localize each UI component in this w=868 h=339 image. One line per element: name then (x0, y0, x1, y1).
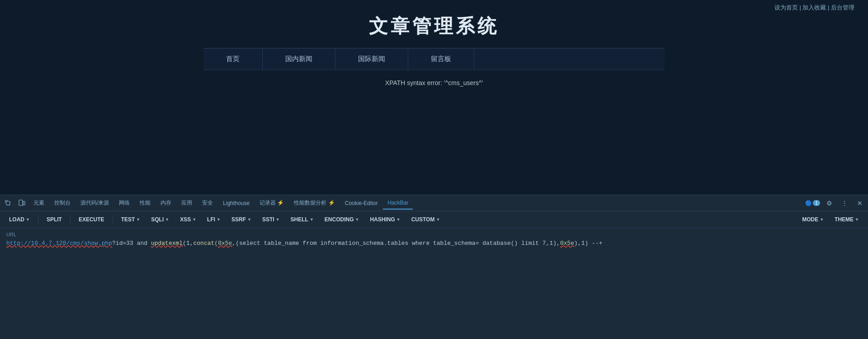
url-concat: concat (193, 240, 215, 247)
custom-arrow: ▼ (436, 217, 440, 222)
load-button[interactable]: LOAD ▼ (5, 214, 34, 225)
custom-button[interactable]: CUSTOM ▼ (407, 214, 445, 225)
nav-item-home[interactable]: 首页 (203, 48, 263, 70)
nav-item-domestic[interactable]: 国内新闻 (263, 48, 335, 70)
toolbar-right: MODE ▼ THEME ▼ (797, 214, 863, 225)
split-button[interactable]: SPLIT (42, 214, 66, 225)
shell-arrow: ▼ (310, 217, 314, 222)
load-arrow: ▼ (26, 217, 30, 222)
hashing-arrow: ▼ (396, 217, 401, 222)
hackbar-toolbar: LOAD ▼ SPLIT EXECUTE TEST ▼ SQLI ▼ XSS ▼… (0, 211, 868, 228)
test-button[interactable]: TEST ▼ (117, 214, 145, 225)
issue-count: 1 (813, 200, 820, 206)
close-icon[interactable]: ✕ (854, 197, 866, 210)
lfi-button[interactable]: LFI ▼ (203, 214, 225, 225)
top-links: 设为首页 | 加入收藏 | 后台管理 (774, 4, 854, 12)
more-options-icon[interactable]: ⋮ (838, 197, 851, 210)
site-content: 文章管理系统 首页 国内新闻 国际新闻 留言板 XPATH syntax err… (203, 0, 665, 95)
ssti-button[interactable]: SSTI ▼ (258, 214, 284, 225)
url-end: ),1) --+ (574, 240, 602, 247)
sqli-arrow: ▼ (165, 217, 169, 222)
execute-button[interactable]: EXECUTE (74, 214, 109, 225)
admin-link[interactable]: 后台管理 (831, 4, 854, 11)
tab-lighthouse[interactable]: Lighthouse (218, 197, 254, 209)
settings-icon[interactable]: ⚙ (823, 197, 835, 210)
url-content[interactable]: http://10.4.7.128/cms/show.php?id=33 and… (6, 239, 862, 248)
theme-arrow: ▼ (855, 217, 859, 222)
error-message: XPATH syntax error: '^cms_users^' (203, 70, 665, 95)
url-hex1: 0x5e (218, 240, 232, 247)
issue-icon: 🔵 (805, 200, 812, 206)
divider-3 (113, 215, 113, 224)
nav-item-international[interactable]: 国际新闻 (335, 48, 408, 70)
issue-badge-container[interactable]: 🔵 1 (805, 200, 820, 206)
tab-security[interactable]: 安全 (198, 196, 217, 210)
tab-recorder[interactable]: 记录器 ⚡ (255, 196, 288, 210)
url-paren1: (1, (183, 240, 193, 247)
url-comma1: ,(select table_name from information_sch… (232, 240, 560, 247)
hackbar-url-area: URL http://10.4.7.128/cms/show.php?id=33… (0, 228, 868, 339)
url-label: URL (6, 232, 862, 237)
devtools-tabs-row: 元素 控制台 源代码/来源 网络 性能 内存 应用 安全 Lighthouse … (0, 195, 868, 211)
inspect-element-icon[interactable] (2, 197, 14, 210)
add-fav-link[interactable]: 加入收藏 (802, 4, 826, 11)
tab-cookie-editor[interactable]: Cookie-Editor (340, 197, 382, 209)
xss-arrow: ▼ (192, 217, 196, 222)
xss-button[interactable]: XSS ▼ (175, 214, 201, 225)
ssrf-button[interactable]: SSRF ▼ (227, 214, 256, 225)
encoding-arrow: ▼ (355, 217, 359, 222)
devtools-panel: 元素 控制台 源代码/来源 网络 性能 内存 应用 安全 Lighthouse … (0, 195, 868, 339)
set-home-link[interactable]: 设为首页 (774, 4, 798, 11)
tab-elements[interactable]: 元素 (29, 196, 49, 210)
url-base: http://10.4.7.128/cms/show.php (6, 240, 112, 247)
ssrf-arrow: ▼ (247, 217, 251, 222)
mode-arrow: ▼ (820, 217, 824, 222)
tab-memory[interactable]: 内存 (156, 196, 176, 210)
svg-rect-0 (19, 200, 23, 205)
tab-perf-insights[interactable]: 性能数据分析 ⚡ (289, 196, 339, 210)
divider-1 (38, 215, 38, 224)
tab-network[interactable]: 网络 (114, 196, 134, 210)
divider-2 (70, 215, 71, 224)
tab-hackbar[interactable]: HackBar (383, 197, 413, 210)
theme-button[interactable]: THEME ▼ (830, 214, 863, 225)
nav-item-guestbook[interactable]: 留言板 (408, 48, 474, 70)
mode-button[interactable]: MODE ▼ (797, 214, 828, 225)
shell-button[interactable]: SHELL ▼ (286, 214, 318, 225)
nav-bar: 首页 国内新闻 国际新闻 留言板 (203, 48, 665, 70)
encoding-button[interactable]: ENCODING ▼ (320, 214, 364, 225)
ssti-arrow: ▼ (276, 217, 280, 222)
tab-console[interactable]: 控制台 (50, 196, 75, 210)
device-toolbar-icon[interactable] (15, 197, 28, 210)
url-updatexml: updatexml (151, 240, 183, 247)
tab-performance[interactable]: 性能 (135, 196, 155, 210)
url-hex2: 0x5e (560, 240, 574, 247)
sqli-button[interactable]: SQLI ▼ (146, 214, 174, 225)
test-arrow: ▼ (136, 217, 140, 222)
svg-rect-1 (23, 201, 25, 205)
devtools-right-actions: 🔵 1 ⚙ ⋮ ✕ (805, 197, 866, 210)
lfi-arrow: ▼ (217, 217, 221, 222)
url-params: ?id=33 and (112, 240, 151, 247)
hashing-button[interactable]: HASHING ▼ (365, 214, 405, 225)
sep2: | (828, 4, 831, 11)
url-paren2: ( (214, 240, 218, 247)
tab-source[interactable]: 源代码/来源 (76, 196, 113, 210)
site-title: 文章管理系统 (203, 5, 665, 48)
tab-application[interactable]: 应用 (177, 196, 197, 210)
